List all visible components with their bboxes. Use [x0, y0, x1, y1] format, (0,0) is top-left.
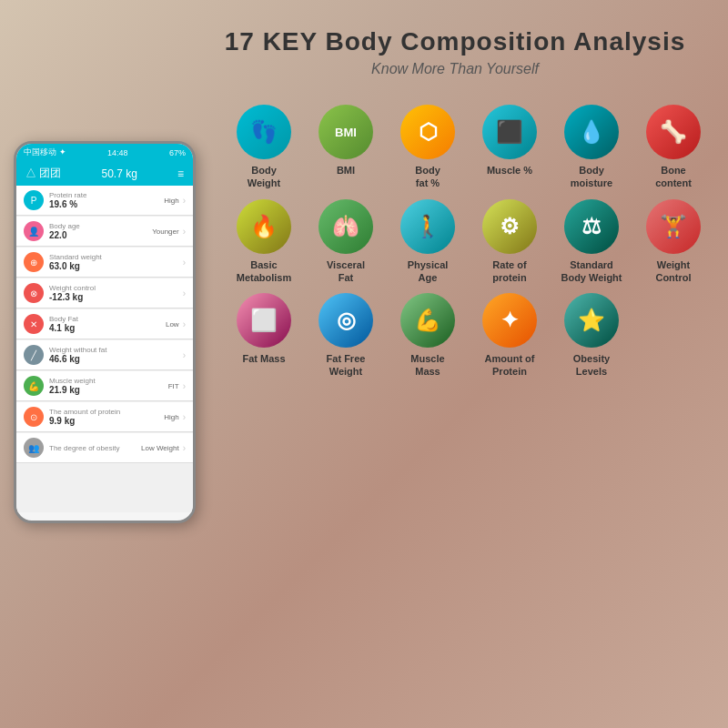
icon-label-muscle-mass: MuscleMass [410, 352, 444, 379]
icon-label-weight-control: WeightControl [655, 258, 691, 285]
phone-row-label: Protein rate [49, 191, 164, 199]
phone-row-icon: 👤 [24, 221, 44, 241]
icon-circle-basic-metabolism: 🔥 [237, 199, 291, 254]
phone-row-content: Protein rate19.6 % [49, 191, 164, 209]
phone-row-value: 21.9 kg [49, 385, 168, 395]
phone-row-icon: ⊕ [24, 252, 44, 272]
icon-circle-body-fat: ⬡ [400, 105, 455, 159]
icon-label-fat-free-weight: Fat FreeWeight [327, 352, 366, 379]
icon-label-rate-protein: Rate ofprotein [492, 258, 526, 285]
phone-row-arrow: › [183, 258, 186, 268]
phone-row[interactable]: 👤Body age22.0Younger› [16, 217, 193, 247]
phone-row-content: Body age22.0 [49, 222, 152, 240]
icon-item-body-moisture: 💧Bodymoisture [555, 105, 628, 190]
phone-row-icon: ⊗ [24, 283, 44, 303]
phone-row-label: The degree of obesity [49, 444, 141, 452]
phone-row-label: Body age [49, 222, 152, 230]
icon-circle-fat-mass: ⬜ [237, 293, 291, 348]
phone-row-label: Muscle weight [49, 377, 168, 385]
icon-label-bone-content: Bonecontent [655, 164, 692, 190]
icon-circle-obesity-levels: ⭐ [564, 293, 619, 348]
phone-row-status: Low [166, 320, 179, 329]
icon-label-muscle-pct: Muscle % [487, 164, 532, 177]
phone-row-content: Muscle weight21.9 kg [49, 377, 168, 395]
phone-row-status: Younger [152, 228, 179, 236]
sub-title: Know More Than Yourself [182, 61, 728, 77]
icon-circle-bone-content: 🦴 [646, 105, 701, 159]
icon-item-amount-protein: ✦Amount ofProtein [473, 293, 546, 379]
icon-circle-muscle-mass: 💪 [400, 293, 455, 348]
icon-label-obesity-levels: ObesityLevels [573, 352, 610, 379]
phone-row-content: The amount of protein9.9 kg [49, 408, 164, 426]
phone-row-status: FIT [168, 382, 179, 390]
icon-item-bmi: BMIBMI [309, 105, 382, 190]
phone-row[interactable]: ╱Weight without fat46.6 kg› [16, 340, 193, 370]
phone-row-icon: P [24, 190, 44, 210]
phone-body: PProtein rate19.6 %High›👤Body age22.0You… [16, 186, 193, 512]
phone-row[interactable]: ✕Body Fat4.1 kgLow› [16, 309, 193, 339]
icon-circle-fat-free-weight: ◎ [318, 293, 373, 348]
phone-row-icon: 💪 [24, 376, 44, 396]
phone-row[interactable]: PProtein rate19.6 %High› [16, 186, 193, 216]
phone-row-icon: ⊙ [24, 407, 44, 427]
icon-label-fat-mass: Fat Mass [242, 352, 285, 365]
phone-row-content: Weight without fat46.6 kg [49, 346, 179, 364]
phone-row-label: The amount of protein [49, 408, 164, 416]
phone-row-label: Standard weight [49, 253, 179, 261]
phone-row-value: 46.6 kg [49, 354, 179, 364]
icon-label-body-weight: BodyWeight [248, 164, 280, 190]
phone-user: △ 团团 [25, 166, 61, 181]
icon-label-physical-age: PhysicalAge [408, 258, 449, 285]
icon-label-amount-protein: Amount ofProtein [485, 352, 535, 379]
icon-label-body-fat: Bodyfat % [415, 164, 440, 190]
phone-row-value: 63.0 kg [49, 261, 179, 271]
phone-row-content: Standard weight63.0 kg [49, 253, 179, 271]
phone-row[interactable]: 👥The degree of obesityLow Weight› [16, 433, 193, 463]
phone-row-value: 9.9 kg [49, 416, 164, 426]
phone-row-icon: 👥 [24, 438, 44, 458]
icon-circle-physical-age: 🚶 [400, 199, 455, 254]
phone-row-arrow: › [183, 412, 186, 422]
phone-row[interactable]: ⊙The amount of protein9.9 kgHigh› [16, 402, 193, 432]
icon-item-physical-age: 🚶PhysicalAge [391, 199, 464, 285]
phone-row-arrow: › [183, 288, 186, 298]
phone-header: △ 团团 50.7 kg ≡ [16, 161, 193, 186]
content-wrapper: 17 KEY Body Composition Analysis Know Mo… [0, 0, 728, 728]
icon-label-body-moisture: Bodymoisture [571, 164, 612, 190]
icon-item-body-fat: ⬡Bodyfat % [391, 105, 464, 190]
phone-row[interactable]: ⊕Standard weight63.0 kg› [16, 248, 193, 278]
phone-row-label: Weight control [49, 284, 179, 292]
phone-row-arrow: › [183, 227, 186, 237]
title-section: 17 KEY Body Composition Analysis Know Mo… [182, 0, 728, 77]
icon-item-visceral-fat: 🫁VisceralFat [309, 199, 382, 285]
icon-item-muscle-mass: 💪MuscleMass [391, 293, 464, 379]
icon-item-obesity-levels: ⭐ObesityLevels [555, 293, 628, 379]
carrier: 中国移动 ✦ [24, 147, 66, 158]
icon-label-bmi: BMI [337, 164, 355, 177]
icon-item-fat-mass: ⬜Fat Mass [228, 293, 300, 379]
phone-row-value: 19.6 % [49, 199, 164, 209]
icons-grid: 👣BodyWeightBMIBMI⬡Bodyfat %⬛Muscle %💧Bod… [218, 96, 728, 388]
phone-row-value: -12.3 kg [49, 292, 179, 302]
icon-circle-amount-protein: ✦ [482, 293, 537, 348]
icon-item-rate-protein: ⚙Rate ofprotein [473, 199, 546, 285]
phone-row-arrow: › [183, 443, 186, 453]
icon-item-fat-free-weight: ◎Fat FreeWeight [309, 293, 382, 379]
phone-menu-icon[interactable]: ≡ [177, 167, 184, 180]
phone-weight: 50.7 kg [101, 167, 136, 180]
icon-label-visceral-fat: VisceralFat [327, 258, 365, 285]
icon-item-weight-control: 🏋WeightControl [637, 199, 710, 285]
phone-row[interactable]: 💪Muscle weight21.9 kgFIT› [16, 371, 193, 401]
icon-label-basic-metabolism: BasicMetabolism [237, 258, 292, 285]
phone-row-status: High [164, 413, 178, 421]
battery: 67% [169, 148, 186, 157]
phone-status-bar: 中国移动 ✦ 14:48 67% [16, 144, 193, 161]
phone-row-label: Body Fat [49, 315, 166, 323]
icon-item-muscle-pct: ⬛Muscle % [473, 105, 546, 190]
icon-item-basic-metabolism: 🔥BasicMetabolism [228, 199, 300, 285]
phone-row[interactable]: ⊗Weight control-12.3 kg› [16, 278, 193, 308]
main-title: 17 KEY Body Composition Analysis [182, 27, 728, 56]
phone-row-arrow: › [183, 381, 186, 391]
phone-row-status: Low Weight [141, 444, 179, 452]
icon-circle-bmi: BMI [318, 105, 373, 159]
